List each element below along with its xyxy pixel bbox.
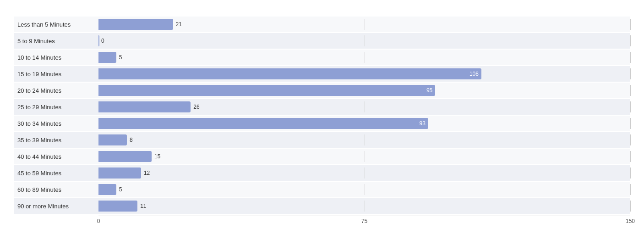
bar-container: 0 [98, 35, 630, 46]
bar-row: 45 to 59 Minutes12 [14, 165, 630, 181]
bar-row: 40 to 44 Minutes15 [14, 149, 630, 164]
bar-row: 20 to 24 Minutes95 [14, 83, 630, 98]
bar-container: 26 [98, 101, 630, 112]
bar-value: 11 [140, 203, 146, 209]
bar-container: 11 [98, 201, 630, 212]
bar-value: 5 [119, 54, 122, 61]
bar-container: 93 [98, 118, 630, 129]
bar-container: 5 [98, 184, 630, 195]
bars-container: Less than 5 Minutes215 to 9 Minutes010 t… [14, 17, 630, 214]
bar-label: 45 to 59 Minutes [14, 170, 98, 177]
bar-label: 40 to 44 Minutes [14, 153, 98, 160]
bar-row: 60 to 89 Minutes5 [14, 182, 630, 197]
x-axis-tick: 0 [97, 218, 100, 224]
bar-row: 35 to 39 Minutes8 [14, 132, 630, 148]
bar [98, 101, 191, 112]
bar [98, 184, 116, 195]
bar-label: 35 to 39 Minutes [14, 137, 98, 144]
bar-value: 26 [193, 104, 199, 110]
bar: 93 [98, 118, 428, 129]
bar-value: 21 [176, 21, 182, 28]
chart-area: Less than 5 Minutes215 to 9 Minutes010 t… [14, 17, 630, 226]
bar-label: 15 to 19 Minutes [14, 71, 98, 78]
bar-row: 90 or more Minutes11 [14, 198, 630, 214]
bar-value: 93 [419, 120, 425, 127]
bar-row: 15 to 19 Minutes108 [14, 66, 630, 82]
bar [98, 167, 141, 179]
bar [98, 134, 127, 145]
bar [98, 19, 173, 30]
bar-container: 108 [98, 68, 630, 79]
bar-row: Less than 5 Minutes21 [14, 17, 630, 32]
bar-label: 30 to 34 Minutes [14, 120, 98, 127]
bar-row: 10 to 14 Minutes5 [14, 50, 630, 65]
bar: 108 [98, 68, 481, 79]
bar-value: 0 [101, 38, 104, 44]
bar-row: 30 to 34 Minutes93 [14, 116, 630, 131]
bar-value: 8 [130, 137, 133, 143]
bar [98, 201, 137, 212]
bar [98, 35, 99, 46]
bar-container: 95 [98, 85, 630, 96]
bar [98, 151, 152, 162]
bar-container: 15 [98, 151, 630, 162]
bar-container: 21 [98, 19, 630, 30]
bar-label: Less than 5 Minutes [14, 21, 98, 28]
bar-label: 5 to 9 Minutes [14, 38, 98, 45]
bar-value: 12 [144, 170, 150, 176]
bar [98, 52, 116, 63]
bar: 95 [98, 85, 435, 96]
bar-label: 25 to 29 Minutes [14, 104, 98, 111]
bar-value: 5 [119, 186, 122, 193]
bar-row: 5 to 9 Minutes0 [14, 33, 630, 49]
bar-container: 12 [98, 167, 630, 179]
bar-container: 5 [98, 52, 630, 63]
bar-row: 25 to 29 Minutes26 [14, 99, 630, 115]
bar-value: 95 [426, 87, 432, 94]
bar-label: 60 to 89 Minutes [14, 186, 98, 193]
x-axis-tick: 75 [361, 218, 367, 224]
bar-value: 108 [469, 71, 479, 77]
x-axis-tick: 150 [626, 218, 635, 224]
bar-label: 20 to 24 Minutes [14, 87, 98, 94]
bar-label: 10 to 14 Minutes [14, 54, 98, 61]
bar-label: 90 or more Minutes [14, 203, 98, 210]
bar-container: 8 [98, 134, 630, 145]
bar-value: 15 [154, 153, 160, 160]
